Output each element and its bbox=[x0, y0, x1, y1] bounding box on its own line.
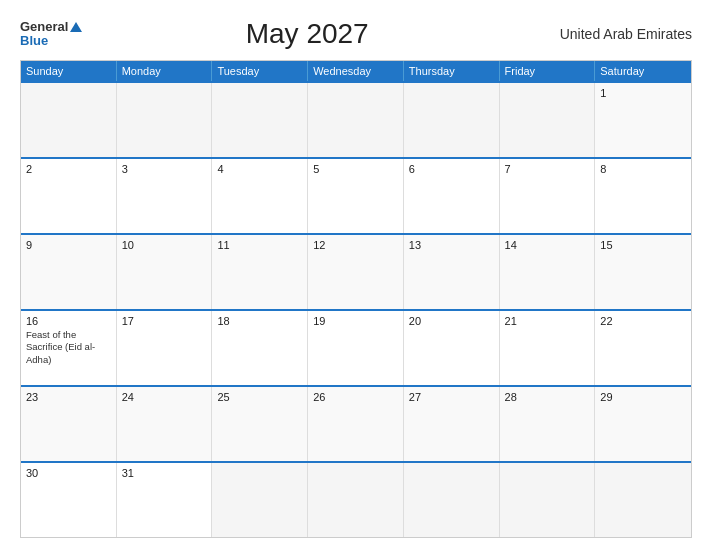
cal-cell-r5c2 bbox=[212, 463, 308, 537]
day-number: 3 bbox=[122, 163, 207, 175]
cal-cell-r0c4 bbox=[404, 83, 500, 157]
day-number: 6 bbox=[409, 163, 494, 175]
cal-cell-r1c1: 3 bbox=[117, 159, 213, 233]
day-number: 2 bbox=[26, 163, 111, 175]
cal-cell-r2c1: 10 bbox=[117, 235, 213, 309]
day-number: 5 bbox=[313, 163, 398, 175]
calendar-body: 12345678910111213141516Feast of the Sacr… bbox=[21, 81, 691, 537]
logo-triangle-icon bbox=[70, 22, 82, 32]
header-wednesday: Wednesday bbox=[308, 61, 404, 81]
cal-cell-r1c0: 2 bbox=[21, 159, 117, 233]
header-friday: Friday bbox=[500, 61, 596, 81]
cal-cell-r3c0: 16Feast of the Sacrifice (Eid al-Adha) bbox=[21, 311, 117, 385]
cal-cell-r3c3: 19 bbox=[308, 311, 404, 385]
cal-cell-r4c5: 28 bbox=[500, 387, 596, 461]
cal-cell-r4c0: 23 bbox=[21, 387, 117, 461]
cal-cell-r2c5: 14 bbox=[500, 235, 596, 309]
cal-row-3: 16Feast of the Sacrifice (Eid al-Adha)17… bbox=[21, 309, 691, 385]
cal-cell-r4c1: 24 bbox=[117, 387, 213, 461]
day-number: 27 bbox=[409, 391, 494, 403]
cal-cell-r3c5: 21 bbox=[500, 311, 596, 385]
day-number: 10 bbox=[122, 239, 207, 251]
cal-cell-r1c5: 7 bbox=[500, 159, 596, 233]
cal-cell-r0c1 bbox=[117, 83, 213, 157]
day-number: 1 bbox=[600, 87, 686, 99]
cal-cell-r5c3 bbox=[308, 463, 404, 537]
calendar-header: Sunday Monday Tuesday Wednesday Thursday… bbox=[21, 61, 691, 81]
day-number: 17 bbox=[122, 315, 207, 327]
cal-cell-r1c6: 8 bbox=[595, 159, 691, 233]
cal-row-1: 2345678 bbox=[21, 157, 691, 233]
cal-cell-r2c4: 13 bbox=[404, 235, 500, 309]
day-number: 4 bbox=[217, 163, 302, 175]
country-label: United Arab Emirates bbox=[532, 26, 692, 42]
day-number: 7 bbox=[505, 163, 590, 175]
logo: General Blue bbox=[20, 20, 82, 49]
cal-cell-r4c6: 29 bbox=[595, 387, 691, 461]
calendar-grid: Sunday Monday Tuesday Wednesday Thursday… bbox=[20, 60, 692, 538]
day-number: 29 bbox=[600, 391, 686, 403]
cal-cell-r1c4: 6 bbox=[404, 159, 500, 233]
event-label: Feast of the Sacrifice (Eid al-Adha) bbox=[26, 329, 111, 366]
cal-cell-r1c2: 4 bbox=[212, 159, 308, 233]
cal-row-2: 9101112131415 bbox=[21, 233, 691, 309]
day-number: 22 bbox=[600, 315, 686, 327]
day-number: 23 bbox=[26, 391, 111, 403]
cal-cell-r5c0: 30 bbox=[21, 463, 117, 537]
cal-cell-r2c0: 9 bbox=[21, 235, 117, 309]
cal-cell-r4c4: 27 bbox=[404, 387, 500, 461]
cal-cell-r5c5 bbox=[500, 463, 596, 537]
cal-cell-r2c6: 15 bbox=[595, 235, 691, 309]
cal-cell-r3c1: 17 bbox=[117, 311, 213, 385]
day-number: 31 bbox=[122, 467, 207, 479]
logo-general-text: General bbox=[20, 20, 68, 34]
cal-cell-r4c3: 26 bbox=[308, 387, 404, 461]
day-number: 18 bbox=[217, 315, 302, 327]
cal-cell-r0c3 bbox=[308, 83, 404, 157]
header-sunday: Sunday bbox=[21, 61, 117, 81]
cal-cell-r5c4 bbox=[404, 463, 500, 537]
cal-cell-r0c6: 1 bbox=[595, 83, 691, 157]
day-number: 26 bbox=[313, 391, 398, 403]
cal-cell-r0c2 bbox=[212, 83, 308, 157]
day-number: 21 bbox=[505, 315, 590, 327]
day-number: 9 bbox=[26, 239, 111, 251]
calendar-title: May 2027 bbox=[82, 18, 532, 50]
cal-cell-r1c3: 5 bbox=[308, 159, 404, 233]
cal-cell-r3c4: 20 bbox=[404, 311, 500, 385]
cal-cell-r5c6 bbox=[595, 463, 691, 537]
cal-cell-r2c2: 11 bbox=[212, 235, 308, 309]
day-number: 30 bbox=[26, 467, 111, 479]
header-monday: Monday bbox=[117, 61, 213, 81]
cal-row-4: 23242526272829 bbox=[21, 385, 691, 461]
page-header: General Blue May 2027 United Arab Emirat… bbox=[20, 18, 692, 50]
header-tuesday: Tuesday bbox=[212, 61, 308, 81]
header-thursday: Thursday bbox=[404, 61, 500, 81]
cal-cell-r3c2: 18 bbox=[212, 311, 308, 385]
calendar-page: General Blue May 2027 United Arab Emirat… bbox=[0, 0, 712, 550]
day-number: 28 bbox=[505, 391, 590, 403]
cal-cell-r0c5 bbox=[500, 83, 596, 157]
day-number: 13 bbox=[409, 239, 494, 251]
cal-cell-r2c3: 12 bbox=[308, 235, 404, 309]
header-saturday: Saturday bbox=[595, 61, 691, 81]
day-number: 25 bbox=[217, 391, 302, 403]
cal-cell-r5c1: 31 bbox=[117, 463, 213, 537]
day-number: 11 bbox=[217, 239, 302, 251]
day-number: 15 bbox=[600, 239, 686, 251]
day-number: 14 bbox=[505, 239, 590, 251]
day-number: 20 bbox=[409, 315, 494, 327]
day-number: 16 bbox=[26, 315, 111, 327]
day-number: 8 bbox=[600, 163, 686, 175]
day-number: 19 bbox=[313, 315, 398, 327]
logo-blue-text: Blue bbox=[20, 34, 82, 48]
cal-row-5: 3031 bbox=[21, 461, 691, 537]
day-number: 24 bbox=[122, 391, 207, 403]
day-number: 12 bbox=[313, 239, 398, 251]
cal-cell-r4c2: 25 bbox=[212, 387, 308, 461]
cal-cell-r3c6: 22 bbox=[595, 311, 691, 385]
cal-row-0: 1 bbox=[21, 81, 691, 157]
cal-cell-r0c0 bbox=[21, 83, 117, 157]
